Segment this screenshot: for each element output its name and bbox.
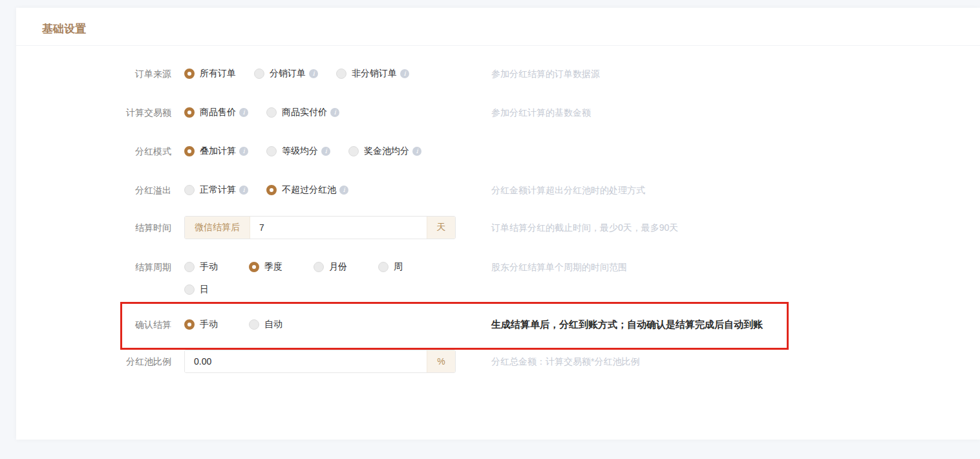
red-annotation-box: 确认结算手动自动生成结算单后，分红到账方式；自动确认是结算完成后自动到账 bbox=[120, 302, 789, 350]
input-suffix-addon: 天 bbox=[427, 217, 455, 239]
text-input[interactable] bbox=[185, 350, 427, 372]
radio-label: 分销订单 bbox=[270, 68, 306, 80]
hint-text: 股东分红结算单个周期的时间范围 bbox=[491, 260, 627, 274]
radio-option[interactable]: 日 bbox=[184, 283, 249, 297]
radio-label: 不超过分红池 bbox=[282, 184, 336, 196]
radio-option[interactable]: 不超过分红池i bbox=[266, 183, 348, 197]
form-row: 分红溢出正常计算i不超过分红池i分红金额计算超出分红池时的处理方式 bbox=[16, 183, 980, 197]
radio-selected-icon bbox=[184, 319, 195, 330]
radio-selected-icon bbox=[184, 146, 195, 156]
radio-option[interactable]: 奖金池均分i bbox=[348, 144, 421, 158]
radio-option[interactable]: 叠加计算i bbox=[184, 144, 248, 158]
input-group: % bbox=[184, 350, 456, 373]
input-group: 微信结算后天 bbox=[184, 216, 456, 239]
radio-group: 正常计算i不超过分红池i bbox=[184, 183, 456, 197]
radio-group: 手动季度月份周日 bbox=[184, 260, 456, 297]
form-row: 确认结算手动自动生成结算单后，分红到账方式；自动确认是结算完成后自动到账 bbox=[122, 317, 787, 332]
field-label: 分红溢出 bbox=[16, 183, 171, 197]
row-control: 叠加计算i等级均分i奖金池均分i bbox=[184, 144, 456, 158]
radio-option[interactable]: 月份 bbox=[314, 260, 378, 274]
radio-label: 叠加计算 bbox=[200, 145, 236, 157]
field-label: 结算周期 bbox=[16, 260, 171, 274]
radio-option[interactable]: 手动 bbox=[184, 317, 249, 332]
radio-unselected-icon bbox=[184, 262, 195, 272]
info-icon[interactable]: i bbox=[239, 186, 248, 195]
page-title: 基础设置 bbox=[42, 22, 954, 36]
radio-label: 手动 bbox=[200, 319, 218, 330]
radio-label: 日 bbox=[200, 284, 209, 295]
radio-label: 商品实付价 bbox=[282, 107, 327, 118]
radio-selected-icon bbox=[184, 69, 195, 79]
radio-option[interactable]: 手动 bbox=[184, 260, 249, 274]
text-input[interactable] bbox=[250, 217, 427, 239]
field-label: 结算时间 bbox=[16, 216, 171, 239]
form-row: 结算时间微信结算后天订单结算分红的截止时间，最少0天，最多90天 bbox=[16, 216, 980, 239]
input-prefix-addon: 微信结算后 bbox=[185, 217, 250, 239]
form-row: 分红池比例%分红总金额：计算交易额*分红池比例 bbox=[16, 350, 980, 373]
radio-label: 奖金池均分 bbox=[364, 145, 409, 157]
form-row: 分红模式叠加计算i等级均分i奖金池均分i bbox=[16, 144, 980, 158]
radio-unselected-icon bbox=[378, 262, 389, 272]
row-control: % bbox=[184, 350, 456, 373]
info-icon[interactable]: i bbox=[321, 147, 330, 156]
radio-option[interactable]: 周 bbox=[378, 260, 443, 274]
radio-label: 所有订单 bbox=[200, 68, 236, 80]
hint-text: 分红总金额：计算交易额*分红池比例 bbox=[491, 350, 639, 373]
row-control: 手动季度月份周日 bbox=[184, 260, 456, 297]
radio-unselected-icon bbox=[314, 262, 324, 272]
hint-text: 生成结算单后，分红到账方式；自动确认是结算完成后自动到账 bbox=[491, 317, 763, 332]
info-icon[interactable]: i bbox=[330, 108, 339, 117]
field-label: 计算交易额 bbox=[16, 105, 171, 120]
radio-option[interactable]: 商品售价i bbox=[184, 105, 248, 120]
info-icon[interactable]: i bbox=[400, 69, 409, 78]
radio-option[interactable]: 自动 bbox=[249, 317, 314, 332]
radio-label: 等级均分 bbox=[282, 145, 318, 157]
radio-option[interactable]: 分销订单i bbox=[254, 67, 318, 81]
row-control: 所有订单分销订单i非分销订单i bbox=[184, 67, 456, 81]
radio-label: 周 bbox=[394, 261, 403, 273]
card-header: 基础设置 bbox=[16, 8, 980, 46]
radio-option[interactable]: 等级均分i bbox=[266, 144, 330, 158]
radio-label: 正常计算 bbox=[200, 184, 236, 196]
radio-option[interactable]: 季度 bbox=[249, 260, 314, 274]
form-row: 结算周期手动季度月份周日股东分红结算单个周期的时间范围 bbox=[16, 260, 980, 297]
radio-label: 月份 bbox=[329, 261, 347, 273]
info-icon[interactable]: i bbox=[412, 147, 421, 156]
info-icon[interactable]: i bbox=[239, 147, 248, 156]
radio-unselected-icon bbox=[336, 69, 346, 79]
radio-label: 季度 bbox=[264, 261, 282, 273]
radio-option[interactable]: 所有订单 bbox=[184, 67, 236, 81]
info-icon[interactable]: i bbox=[239, 108, 248, 117]
radio-selected-icon bbox=[266, 185, 277, 195]
radio-group: 所有订单分销订单i非分销订单i bbox=[184, 67, 456, 81]
radio-group: 商品售价i商品实付价i bbox=[184, 105, 456, 120]
radio-label: 非分销订单 bbox=[352, 68, 397, 80]
radio-label: 自动 bbox=[264, 319, 282, 330]
hint-text: 参加分红结算的订单数据源 bbox=[491, 67, 600, 81]
radio-option[interactable]: 正常计算i bbox=[184, 183, 248, 197]
row-control: 正常计算i不超过分红池i bbox=[184, 183, 456, 197]
radio-unselected-icon bbox=[348, 146, 359, 156]
settings-card: 基础设置 订单来源所有订单分销订单i非分销订单i参加分红结算的订单数据源计算交易… bbox=[16, 8, 980, 440]
settings-form: 订单来源所有订单分销订单i非分销订单i参加分红结算的订单数据源计算交易额商品售价… bbox=[16, 46, 980, 373]
radio-group: 手动自动 bbox=[184, 317, 456, 332]
field-label: 分红模式 bbox=[16, 144, 171, 158]
radio-unselected-icon bbox=[184, 185, 195, 195]
row-control: 商品售价i商品实付价i bbox=[184, 105, 456, 120]
radio-unselected-icon bbox=[266, 146, 277, 156]
radio-unselected-icon bbox=[249, 319, 259, 330]
radio-selected-icon bbox=[249, 262, 259, 272]
radio-label: 手动 bbox=[200, 261, 218, 273]
input-suffix-addon: % bbox=[427, 350, 455, 372]
radio-label: 商品售价 bbox=[200, 107, 236, 118]
radio-unselected-icon bbox=[266, 107, 277, 118]
info-icon[interactable]: i bbox=[309, 69, 318, 78]
radio-option[interactable]: 非分销订单i bbox=[336, 67, 409, 81]
radio-option[interactable]: 商品实付价i bbox=[266, 105, 339, 120]
radio-unselected-icon bbox=[184, 284, 195, 295]
radio-unselected-icon bbox=[254, 69, 264, 79]
form-row: 订单来源所有订单分销订单i非分销订单i参加分红结算的订单数据源 bbox=[16, 67, 980, 81]
radio-group: 叠加计算i等级均分i奖金池均分i bbox=[184, 144, 456, 158]
row-control: 微信结算后天 bbox=[184, 216, 456, 239]
info-icon[interactable]: i bbox=[339, 186, 348, 195]
